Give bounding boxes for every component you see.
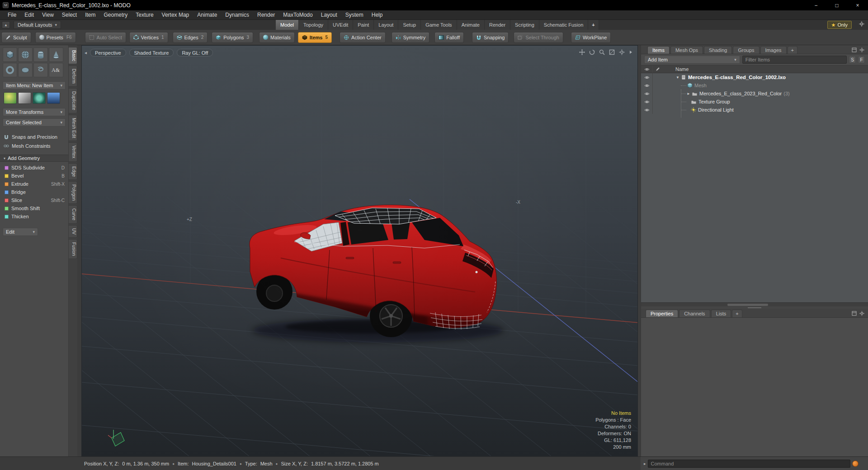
tab-render[interactable]: Render xyxy=(485,20,510,30)
panel-gear-icon[interactable] xyxy=(859,47,864,52)
tab-schematic-fusion[interactable]: Schematic Fusion xyxy=(539,20,588,30)
add-layout-tab-button[interactable]: + xyxy=(588,20,599,30)
cylinder-tool-button[interactable] xyxy=(33,47,48,62)
preset-icon-4[interactable] xyxy=(47,92,60,104)
menu-item-help[interactable]: Help xyxy=(368,10,387,20)
presets-button[interactable]: Presets F6 xyxy=(35,32,76,43)
close-button[interactable]: × xyxy=(847,0,868,10)
tree-row-directional-light[interactable]: Directional Light xyxy=(641,106,868,114)
tab-setup[interactable]: Setup xyxy=(398,20,421,30)
tab-groups[interactable]: Groups xyxy=(733,46,759,54)
snaps-and-precision-button[interactable]: Snaps and Precision xyxy=(0,133,68,141)
tab-animate[interactable]: Animate xyxy=(457,20,485,30)
command-prompt-arrow[interactable]: ▸ xyxy=(644,461,646,466)
tool-extrude[interactable]: ExtrudeShift-X xyxy=(0,180,68,188)
side-tab-basic[interactable]: Basic xyxy=(69,47,77,64)
side-tab-uv[interactable]: UV xyxy=(69,225,77,238)
maximize-button[interactable]: □ xyxy=(826,0,847,10)
tool-bevel[interactable]: BevelB xyxy=(0,172,68,180)
filter-items-input[interactable] xyxy=(742,56,847,64)
preset-icon-1[interactable] xyxy=(4,92,17,104)
layout-gear-icon[interactable] xyxy=(859,21,864,27)
menu-item-select[interactable]: Select xyxy=(58,10,81,20)
sphere-tool-button[interactable] xyxy=(18,47,33,62)
side-tab-duplicate[interactable]: Duplicate xyxy=(69,88,77,113)
tool-slice[interactable]: SliceShift-C xyxy=(0,196,68,204)
polygons-mode-button[interactable]: Polygons3 xyxy=(212,32,253,43)
side-tab-mesh-edit[interactable]: Mesh Edit xyxy=(69,115,77,141)
tool-sds-subdivide[interactable]: SDS SubdivideD xyxy=(0,164,68,172)
tree-label-scene[interactable]: Mercedes_E-class_Red_Color_1002.lxo xyxy=(688,75,786,80)
items-mode-button[interactable]: Items5 xyxy=(298,32,332,43)
menu-item-view[interactable]: View xyxy=(38,10,58,20)
materials-mode-button[interactable]: Materials xyxy=(259,32,295,43)
car-model[interactable] xyxy=(245,205,504,348)
text-tool-button[interactable]: A& xyxy=(49,63,63,77)
viewport-flyout-icon[interactable] xyxy=(629,49,633,55)
menu-item-file[interactable]: File xyxy=(4,10,20,20)
snapping-button[interactable]: Snapping xyxy=(472,32,509,43)
tree-row-scene[interactable]: ▼ Mercedes_E-class_Red_Color_1002.lxo xyxy=(641,73,868,81)
menu-item-maxtomodo[interactable]: MaxToModo xyxy=(279,10,316,20)
panel-expand-icon[interactable] xyxy=(852,47,857,52)
tab-uvedit[interactable]: UVEdit xyxy=(328,20,353,30)
tree-row-texture-group[interactable]: Texture Group xyxy=(641,98,868,106)
tab-shading[interactable]: Shading xyxy=(704,46,732,54)
panel-gear-icon[interactable] xyxy=(859,311,864,316)
add-geometry-section-header[interactable]: ▾ Add Geometry xyxy=(0,155,68,162)
tab-topology[interactable]: Topology xyxy=(299,20,328,30)
menu-item-texture[interactable]: Texture xyxy=(132,10,157,20)
eye-icon[interactable] xyxy=(644,108,650,112)
menu-item-animate[interactable]: Animate xyxy=(193,10,221,20)
side-tab-edge[interactable]: Edge xyxy=(69,163,77,180)
auto-select-button[interactable]: Auto Select xyxy=(85,32,126,43)
shading-mode-button[interactable]: Shaded Texture xyxy=(129,49,174,56)
action-center-button[interactable]: Action Center xyxy=(340,32,386,43)
tool-smooth-shift[interactable]: Smooth Shift xyxy=(0,204,68,212)
side-tab-deform[interactable]: Deform xyxy=(69,66,77,87)
side-tab-polygon[interactable]: Polygon xyxy=(69,181,77,204)
add-properties-tab-button[interactable]: + xyxy=(732,310,742,317)
tool-bridge[interactable]: Bridge xyxy=(0,188,68,196)
minimize-button[interactable]: − xyxy=(806,0,826,10)
select-through-button[interactable]: Select Through xyxy=(514,32,563,43)
vertices-mode-button[interactable]: Vertices1 xyxy=(129,32,168,43)
menu-item-geometry[interactable]: Geometry xyxy=(100,10,132,20)
orbit-icon[interactable] xyxy=(589,49,595,55)
maximize-view-icon[interactable] xyxy=(609,49,615,55)
menu-item-dynamics[interactable]: Dynamics xyxy=(221,10,253,20)
side-tab-fusion[interactable]: Fusion xyxy=(69,239,77,259)
raygl-toggle-button[interactable]: Ray GL: Off xyxy=(177,49,213,56)
default-layouts-dropdown[interactable]: Default Layouts ▾ xyxy=(14,21,61,29)
tab-game-tools[interactable]: Game Tools xyxy=(421,20,457,30)
3d-viewport[interactable]: +Z -X xyxy=(81,45,638,456)
tab-channels[interactable]: Channels xyxy=(679,310,710,317)
expander-open-icon[interactable]: ▼ xyxy=(675,75,680,80)
mesh-constraints-button[interactable]: Mesh Constraints xyxy=(0,142,68,150)
tab-paint[interactable]: Paint xyxy=(353,20,374,30)
eye-icon[interactable] xyxy=(644,92,650,96)
falloff-button[interactable]: Falloff xyxy=(434,32,464,43)
viewport-collapse-arrow[interactable]: ◂ xyxy=(85,50,87,55)
tab-layout[interactable]: Layout xyxy=(374,20,398,30)
menu-item-item[interactable]: Item xyxy=(81,10,99,20)
menu-item-system[interactable]: System xyxy=(341,10,368,20)
menu-item-render[interactable]: Render xyxy=(253,10,279,20)
tab-mesh-ops[interactable]: Mesh Ops xyxy=(670,46,703,54)
helix-tool-button[interactable] xyxy=(33,63,48,77)
ellipsoid-tool-button[interactable] xyxy=(18,63,33,77)
view-mode-button[interactable]: Perspective xyxy=(90,49,126,56)
eye-icon[interactable] xyxy=(644,84,650,88)
cone-tool-button[interactable] xyxy=(49,47,63,62)
symmetry-button[interactable]: Symmetry xyxy=(392,32,430,43)
tool-thicken[interactable]: Thicken xyxy=(0,212,68,221)
search-mode-button[interactable]: S xyxy=(849,56,856,63)
expander-closed-icon[interactable]: ► xyxy=(686,92,691,96)
zoom-icon[interactable] xyxy=(599,49,605,55)
item-menu-dropdown[interactable]: Item Menu: New Item ▾ xyxy=(3,81,66,89)
tree-label-mesh[interactable]: Mesh xyxy=(694,83,707,88)
tab-images[interactable]: Images xyxy=(760,46,787,54)
tree-label-car-group[interactable]: Mercedes_E_class_2023_Red_Color xyxy=(699,91,782,96)
side-tab-curve[interactable]: Curve xyxy=(69,205,77,224)
menu-item-layout[interactable]: Layout xyxy=(317,10,341,20)
